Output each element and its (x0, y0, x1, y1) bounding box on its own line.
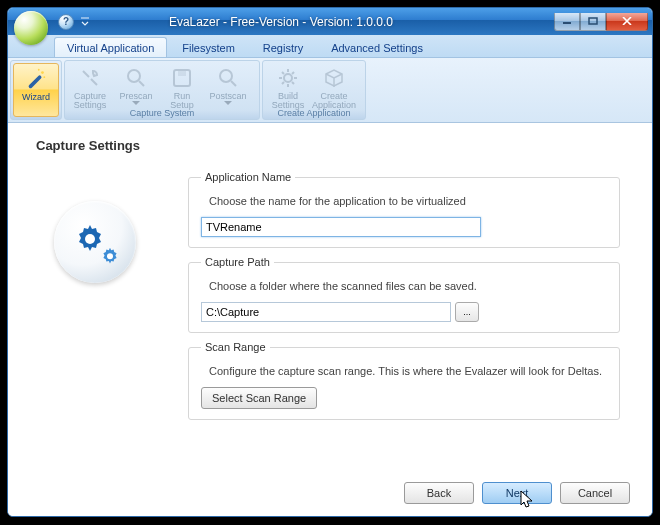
ribbon-group-label: Create Application (263, 108, 365, 118)
application-name-input[interactable] (201, 217, 481, 237)
minimize-button[interactable] (554, 13, 580, 31)
cancel-button[interactable]: Cancel (560, 482, 630, 504)
tab-advanced-settings[interactable]: Advanced Settings (318, 37, 436, 57)
svg-rect-0 (563, 22, 571, 24)
svg-point-4 (38, 69, 40, 71)
gear-icon (276, 66, 300, 90)
legend-application-name: Application Name (201, 171, 295, 183)
tab-registry[interactable]: Registry (250, 37, 316, 57)
svg-point-3 (41, 71, 44, 74)
chevron-down-icon (224, 101, 232, 105)
ribbon-group-label: Capture System (65, 108, 259, 118)
close-button[interactable] (606, 13, 648, 31)
svg-point-11 (85, 234, 95, 244)
wand-icon (24, 67, 48, 91)
page-icon-area (30, 201, 160, 283)
svg-rect-2 (28, 75, 42, 89)
chevron-down-icon (132, 101, 140, 105)
capture-path-input[interactable] (201, 302, 451, 322)
disk-icon (170, 66, 194, 90)
maximize-button[interactable] (580, 13, 606, 31)
fieldset-scan-range: Scan Range Configure the capture scan ra… (188, 341, 620, 420)
svg-rect-8 (178, 70, 186, 76)
package-icon (322, 66, 346, 90)
gears-icon (54, 201, 136, 283)
fieldset-application-name: Application Name Choose the name for the… (188, 171, 620, 248)
application-name-desc: Choose the name for the application to b… (209, 195, 607, 207)
legend-scan-range: Scan Range (201, 341, 270, 353)
svg-point-9 (220, 70, 232, 82)
ribbon: Wizard Capture Settings Prescan Run Setu… (8, 58, 652, 123)
magnifier-icon (216, 66, 240, 90)
wizard-footer: Back Next Cancel (404, 482, 630, 504)
app-menu-orb[interactable] (14, 11, 48, 45)
browse-button[interactable]: ... (455, 302, 479, 322)
capture-path-desc: Choose a folder where the scanned files … (209, 280, 607, 292)
fieldset-capture-path: Capture Path Choose a folder where the s… (188, 256, 620, 333)
svg-point-10 (284, 74, 292, 82)
tab-filesystem[interactable]: Filesystem (169, 37, 248, 57)
back-button[interactable]: Back (404, 482, 474, 504)
svg-point-12 (107, 253, 113, 259)
content-area: Capture Settings Application Name (8, 124, 652, 516)
scan-range-desc: Configure the capture scan range. This i… (209, 365, 607, 377)
help-icon[interactable]: ? (58, 14, 74, 30)
tab-virtual-application[interactable]: Virtual Application (54, 37, 167, 57)
svg-rect-1 (589, 18, 597, 24)
next-button[interactable]: Next (482, 482, 552, 504)
svg-point-6 (128, 70, 140, 82)
select-scan-range-button[interactable]: Select Scan Range (201, 387, 317, 409)
titlebar: ? EvaLazer - Free-Version - Version: 1.0… (8, 8, 652, 35)
magnifier-icon (124, 66, 148, 90)
ribbon-tabstrip: Virtual Application Filesystem Registry … (8, 35, 652, 58)
svg-point-5 (43, 76, 45, 78)
application-window: ? EvaLazer - Free-Version - Version: 1.0… (7, 7, 653, 517)
legend-capture-path: Capture Path (201, 256, 274, 268)
ribbon-wizard-button[interactable]: Wizard (13, 63, 59, 117)
qat-dropdown-icon[interactable] (80, 16, 90, 28)
page-title: Capture Settings (36, 138, 630, 153)
tools-icon (78, 66, 102, 90)
